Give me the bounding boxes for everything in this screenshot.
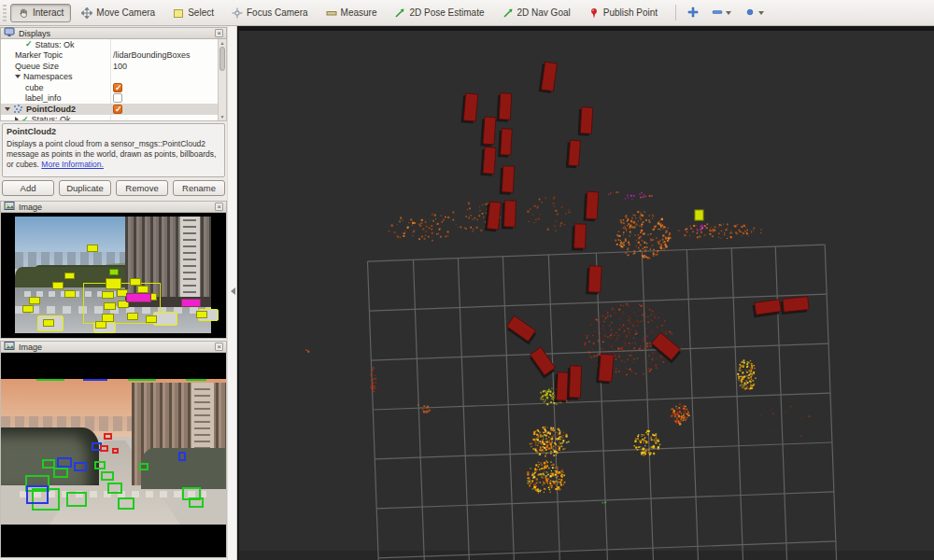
tree-row-status-ok[interactable]: ✓Status: Ok bbox=[1, 39, 226, 50]
pointcloud-cluster bbox=[527, 196, 570, 231]
render-viewport[interactable] bbox=[237, 26, 934, 560]
tree-row-label: label_info bbox=[25, 93, 62, 103]
lidar-bounding-box bbox=[650, 332, 683, 363]
lidar-bounding-box bbox=[539, 62, 558, 93]
tree-row-label-info[interactable]: label_info bbox=[1, 93, 226, 105]
detection-tick bbox=[128, 379, 156, 381]
tree-row-pointcloud2[interactable]: PointCloud2 bbox=[1, 104, 226, 115]
lidar-bounding-box bbox=[498, 129, 512, 158]
tree-row-status-ok[interactable]: ✓Status: Ok bbox=[1, 115, 226, 122]
hand-icon bbox=[18, 7, 29, 19]
tool-label: Move Camera bbox=[96, 7, 155, 18]
tree-row-marker-topic[interactable]: Marker Topic/lidarBoundingBoxes bbox=[1, 50, 226, 62]
detection-label bbox=[106, 278, 121, 289]
trees-left bbox=[1, 427, 99, 485]
detection-box bbox=[112, 448, 119, 454]
displays-panel-title: Displays bbox=[19, 29, 211, 38]
select-icon bbox=[173, 7, 184, 19]
tree-scrollbar[interactable]: ▲ ▼ bbox=[218, 39, 226, 120]
collapse-arrow-icon[interactable] bbox=[231, 287, 235, 295]
detection-box bbox=[100, 445, 108, 452]
tool-interact[interactable]: Interact bbox=[10, 4, 71, 22]
toolbutton-tool-properties-icon[interactable] bbox=[741, 2, 768, 24]
detection-box bbox=[101, 471, 114, 481]
tree-row-cube[interactable]: cube bbox=[1, 82, 226, 93]
image2-titlebar[interactable]: Image × bbox=[0, 341, 227, 353]
pointcloud-cluster bbox=[305, 349, 309, 352]
checkbox-pointcloud2[interactable] bbox=[113, 105, 122, 114]
expander-down-icon[interactable] bbox=[15, 75, 21, 78]
pointcloud-cluster bbox=[527, 460, 565, 493]
tree-row-label: PointCloud2 bbox=[26, 105, 76, 114]
pointcloud-cluster bbox=[697, 225, 706, 231]
pointcloud-cluster bbox=[678, 224, 762, 240]
image1-titlebar[interactable]: Image × bbox=[0, 201, 227, 213]
description-title: PointCloud2 bbox=[7, 127, 220, 138]
tool-properties-icon bbox=[744, 5, 756, 21]
lidar-bounding-box bbox=[485, 202, 502, 232]
lidar-bounding-box bbox=[567, 366, 582, 400]
rename-button[interactable]: Rename bbox=[173, 180, 225, 196]
checkbox-cube[interactable] bbox=[113, 83, 122, 92]
detection-label bbox=[64, 290, 76, 298]
detection-label bbox=[22, 305, 34, 313]
lidar-bounding-box bbox=[502, 201, 517, 230]
lidar-bounding-box bbox=[500, 166, 515, 195]
detection-label bbox=[127, 313, 138, 320]
detection-label bbox=[130, 278, 141, 286]
panel-splitter[interactable] bbox=[227, 26, 237, 560]
tool-publish-point[interactable]: Publish Point bbox=[581, 4, 665, 22]
tool-2d-pose-estimate[interactable]: 2D Pose Estimate bbox=[387, 4, 491, 22]
camera-image-day bbox=[0, 213, 227, 339]
detection-box bbox=[104, 433, 112, 440]
tool-buttons: InteractMove CameraSelectFocus CameraMea… bbox=[10, 4, 668, 22]
lidar-bounding-box bbox=[596, 354, 614, 385]
detection-label bbox=[29, 297, 40, 304]
pointcloud-cluster bbox=[608, 191, 653, 200]
photo-day-scene bbox=[15, 217, 219, 333]
expander-right-icon[interactable] bbox=[15, 117, 19, 121]
scroll-up-icon[interactable]: ▲ bbox=[219, 40, 226, 46]
tool-2d-nav-goal[interactable]: 2D Nav Goal bbox=[495, 4, 578, 22]
pointcloud-cluster bbox=[760, 406, 810, 437]
image-panel-1: Image × bbox=[0, 201, 227, 339]
checkbox-label-info[interactable] bbox=[113, 93, 122, 103]
tool-focus-camera[interactable]: Focus Camera bbox=[224, 4, 316, 22]
display-description: PointCloud2 Displays a point cloud from … bbox=[2, 123, 225, 177]
tool-measure[interactable]: Measure bbox=[318, 4, 385, 22]
remove-button[interactable]: Remove bbox=[116, 180, 168, 196]
toolbutton-add-tool-icon[interactable] bbox=[684, 2, 702, 24]
add-button[interactable]: Add bbox=[2, 180, 54, 196]
lidar-bounding-box bbox=[505, 315, 537, 344]
scrollbar-thumb[interactable] bbox=[219, 47, 225, 71]
3d-scene[interactable] bbox=[239, 31, 934, 560]
toolbar-grip[interactable] bbox=[3, 5, 7, 21]
pose-estimate-icon bbox=[394, 7, 405, 19]
more-information-link[interactable]: More Information. bbox=[41, 160, 104, 169]
left-panel-column: Displays × ✓Status: OkMarker Topic/lidar… bbox=[0, 26, 227, 560]
detection-label bbox=[64, 273, 75, 279]
tree-row-queue-size[interactable]: Queue Size100 bbox=[1, 61, 226, 72]
tool-select[interactable]: Select bbox=[165, 4, 221, 22]
tree-row-namespaces[interactable]: Namespaces bbox=[1, 72, 226, 83]
displays-panel-titlebar[interactable]: Displays × bbox=[0, 27, 227, 39]
camera-image-detection bbox=[0, 353, 227, 558]
close-icon[interactable]: × bbox=[215, 29, 223, 37]
chevron-down-icon bbox=[726, 11, 731, 15]
expander-down-icon[interactable] bbox=[5, 107, 10, 111]
duplicate-button[interactable]: Duplicate bbox=[59, 180, 111, 196]
tool-move-camera[interactable]: Move Camera bbox=[74, 4, 163, 22]
detection-label bbox=[126, 293, 151, 302]
tool-label: 2D Pose Estimate bbox=[409, 7, 484, 18]
toolbutton-remove-tool-icon[interactable] bbox=[708, 2, 735, 24]
detection-label bbox=[104, 302, 116, 310]
tree-row-label: Status: Ok bbox=[35, 40, 75, 49]
ground-grid bbox=[367, 245, 838, 560]
close-icon[interactable]: × bbox=[215, 203, 223, 211]
lidar-bounding-box bbox=[780, 297, 809, 315]
displays-icon bbox=[4, 27, 15, 39]
lidar-bounding-box bbox=[584, 191, 599, 221]
scroll-down-icon[interactable]: ▼ bbox=[219, 114, 226, 119]
close-icon[interactable]: × bbox=[215, 343, 223, 351]
status-ok-icon: ✓ bbox=[21, 116, 29, 121]
